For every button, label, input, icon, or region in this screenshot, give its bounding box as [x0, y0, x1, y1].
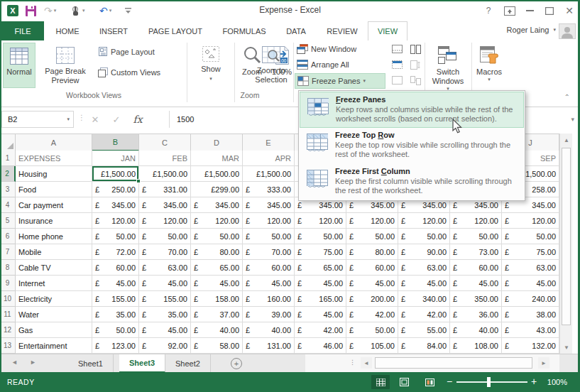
arrange-all-button[interactable]: Arrange All [297, 60, 349, 70]
cell-I8[interactable]: £60.00 [450, 260, 502, 276]
cell-A1[interactable]: EXPENSES [16, 151, 92, 166]
row-header-7[interactable]: 7 [0, 244, 16, 260]
cell-H6[interactable]: £50.00 [398, 229, 450, 244]
cell-C6[interactable]: £50.00 [139, 229, 191, 244]
cell-J6[interactable]: £50.00 [502, 229, 559, 244]
cell-B12[interactable]: £50.00 [92, 322, 139, 338]
tab-home[interactable]: HOME [45, 21, 89, 40]
zoom-slider-handle[interactable] [487, 377, 491, 387]
menu-item-freeze-first-column[interactable]: Freeze First Column Keep the first colum… [300, 164, 524, 200]
cell-D7[interactable]: £80.00 [191, 244, 243, 260]
help-button[interactable]: ? [481, 4, 496, 17]
row-header-12[interactable]: 12 [0, 322, 16, 338]
freeze-panes-button[interactable]: Freeze Panes ▾ [295, 73, 385, 89]
cell-D8[interactable]: £65.00 [191, 260, 243, 276]
user-avatar[interactable] [559, 23, 576, 39]
cell-G10[interactable]: £200.00 [346, 291, 398, 307]
unhide-button[interactable] [392, 76, 405, 85]
cell-B13[interactable]: £123.00 [92, 338, 139, 354]
cell-B11[interactable]: £35.00 [92, 307, 139, 322]
page-layout-button[interactable]: Page Layout [98, 46, 155, 57]
cell-F11[interactable]: £45.00 [295, 307, 346, 322]
fill-handle[interactable] [136, 179, 141, 183]
sheet-nav-left-arrow[interactable]: ◄ [11, 359, 18, 366]
cell-A7[interactable]: Mobile [16, 244, 92, 260]
reset-window-position-button[interactable] [410, 76, 424, 85]
cell-C12[interactable]: £45.00 [139, 322, 191, 338]
row-header-5[interactable]: 5 [0, 213, 16, 229]
cell-I7[interactable]: £73.00 [450, 244, 502, 260]
cell-A5[interactable]: Insurance [16, 213, 92, 229]
scroll-down-arrow[interactable]: ▼ [561, 342, 572, 353]
cell-B9[interactable]: £45.00 [92, 276, 139, 291]
cell-E12[interactable]: £40.00 [243, 322, 295, 338]
cell-D6[interactable]: £50.00 [191, 229, 243, 244]
cell-H11[interactable]: £42.00 [398, 307, 450, 322]
tab-view[interactable]: VIEW [368, 21, 407, 40]
zoom-out-button[interactable]: − [447, 376, 452, 387]
formula-bar-drag-handle[interactable]: ⋮ [78, 114, 85, 121]
cell-C10[interactable]: £155.00 [139, 291, 191, 307]
enter-button[interactable]: ✓ [106, 111, 126, 128]
cell-F8[interactable]: £65.00 [295, 260, 346, 276]
menu-item-freeze-top-row[interactable]: Freeze Top Row Keep the top row visible … [300, 128, 524, 164]
cell-D11[interactable]: £37.00 [191, 307, 243, 322]
scroll-right-arrow[interactable]: ► [538, 357, 549, 369]
cell-C5[interactable]: £120.00 [139, 213, 191, 229]
cell-F5[interactable]: £120.00 [295, 213, 346, 229]
cell-C13[interactable]: £92.00 [139, 338, 191, 354]
cell-H10[interactable]: £340.00 [398, 291, 450, 307]
cell-G5[interactable]: £120.00 [346, 213, 398, 229]
synchronous-scrolling-button[interactable] [410, 60, 424, 70]
page-layout-view-shortcut[interactable] [395, 375, 413, 389]
tab-data[interactable]: DATA [275, 21, 317, 40]
cell-I11[interactable]: £36.00 [450, 307, 502, 322]
cell-H13[interactable]: £84.00 [398, 338, 450, 354]
cell-E10[interactable]: £160.00 [243, 291, 295, 307]
cell-D9[interactable]: £45.00 [191, 276, 243, 291]
cell-G7[interactable]: £80.00 [346, 244, 398, 260]
cell-C7[interactable]: £70.00 [139, 244, 191, 260]
normal-view-button[interactable]: Normal [3, 43, 35, 88]
cell-J9[interactable]: £45.00 [502, 276, 559, 291]
cell-D3[interactable]: £299.00 [191, 182, 243, 197]
cell-I9[interactable]: £45.00 [450, 276, 502, 291]
cell-I5[interactable]: £120.00 [450, 213, 502, 229]
collapse-ribbon-button[interactable]: ⌃ [564, 93, 570, 101]
cell-B7[interactable]: £72.00 [92, 244, 139, 260]
cell-A4[interactable]: Car payment [16, 197, 92, 213]
cell-E11[interactable]: £39.00 [243, 307, 295, 322]
cell-B1[interactable]: JAN [92, 151, 139, 166]
cell-A9[interactable]: Internet [16, 276, 92, 291]
cell-E4[interactable]: £345.00 [243, 197, 295, 213]
cell-J10[interactable]: £240.00 [502, 291, 559, 307]
cell-G11[interactable]: £42.00 [346, 307, 398, 322]
split-button[interactable] [392, 45, 405, 53]
column-header-D[interactable]: D [191, 134, 243, 151]
view-side-by-side-button[interactable] [410, 45, 424, 54]
cell-F10[interactable]: £165.00 [295, 291, 346, 307]
cell-D10[interactable]: £158.00 [191, 291, 243, 307]
cell-B4[interactable]: £345.00 [92, 197, 139, 213]
row-header-2[interactable]: 2 [0, 166, 16, 182]
zoom-level[interactable]: 100% [547, 378, 567, 386]
cancel-button[interactable]: ✕ [85, 111, 105, 128]
row-header-11[interactable]: 11 [0, 307, 16, 322]
expand-formula-bar-arrow[interactable]: ▾ [571, 116, 574, 123]
column-header-E[interactable]: E [243, 134, 295, 151]
vertical-scrollbar[interactable]: ▲ ▼ [559, 134, 572, 354]
cell-A10[interactable]: Electricity [16, 291, 92, 307]
cell-D12[interactable]: £40.00 [191, 322, 243, 338]
cell-J11[interactable]: £38.00 [502, 307, 559, 322]
column-header-A[interactable]: A [16, 134, 92, 151]
row-header-4[interactable]: 4 [0, 197, 16, 213]
scroll-up-arrow[interactable]: ▲ [561, 134, 572, 146]
cell-C2[interactable]: £1,500.00 [139, 166, 191, 182]
custom-views-button[interactable]: Custom Views [98, 67, 160, 77]
cell-H8[interactable]: £63.00 [398, 260, 450, 276]
cell-J7[interactable]: £75.00 [502, 244, 559, 260]
zoom-slider-track[interactable] [456, 381, 527, 383]
cell-E2[interactable]: £1,500.00 [243, 166, 295, 182]
cell-B10[interactable]: £155.00 [92, 291, 139, 307]
tab-review[interactable]: REVIEW [318, 21, 366, 40]
